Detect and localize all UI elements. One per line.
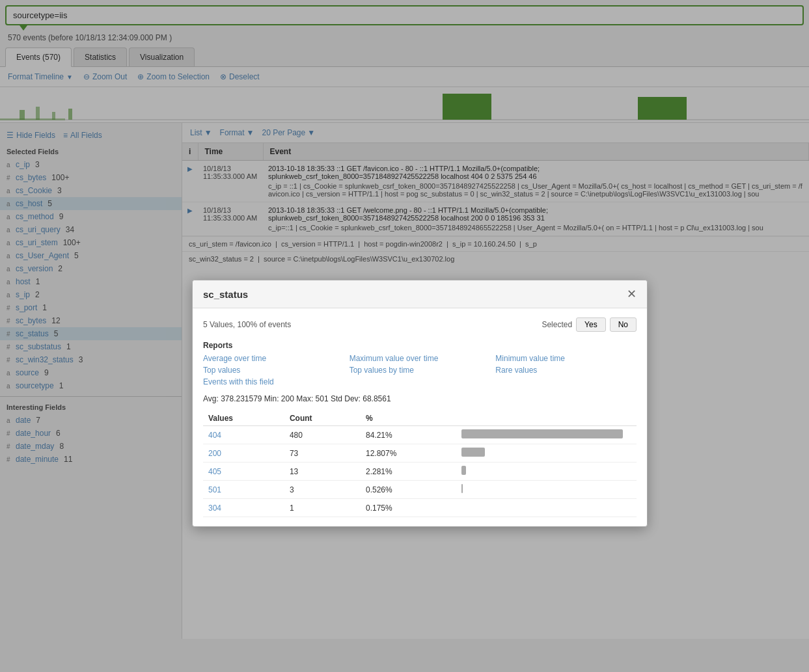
value-row: 405 13 2.281% bbox=[203, 463, 637, 481]
bar-fill bbox=[461, 484, 463, 493]
values-header: Values bbox=[203, 411, 284, 426]
bar-fill bbox=[461, 466, 467, 475]
percent-cell: 0.175% bbox=[361, 499, 456, 517]
bar-cell bbox=[456, 499, 637, 517]
stats-line: Avg: 378.231579 Min: 200 Max: 501 Std De… bbox=[203, 394, 637, 403]
value-link[interactable]: 501 bbox=[208, 485, 221, 494]
reports-section: Reports Average over time Maximum value … bbox=[203, 341, 637, 386]
value-row: 501 3 0.526% bbox=[203, 481, 637, 499]
bar-fill bbox=[461, 448, 486, 457]
count-cell: 480 bbox=[284, 426, 361, 444]
percent-cell: 84.21% bbox=[361, 426, 456, 444]
report-events-with-field[interactable]: Events with this field bbox=[203, 377, 344, 386]
value-row: 404 480 84.21% bbox=[203, 426, 637, 444]
count-cell: 3 bbox=[284, 481, 361, 499]
report-top-values-by-time[interactable]: Top values by time bbox=[350, 366, 491, 375]
bar-cell bbox=[456, 481, 637, 499]
no-button[interactable]: No bbox=[610, 317, 637, 332]
count-cell: 1 bbox=[284, 499, 361, 517]
value-link[interactable]: 404 bbox=[208, 431, 221, 440]
yes-button[interactable]: Yes bbox=[576, 317, 606, 332]
value-row: 200 73 12.807% bbox=[203, 444, 637, 463]
value-link[interactable]: 200 bbox=[208, 449, 221, 458]
values-tbody: 404 480 84.21% 200 73 12.807% 405 13 2.2… bbox=[203, 426, 637, 517]
values-table: Values Count % 404 480 84.21% 200 73 12.… bbox=[203, 411, 637, 517]
bar-cell bbox=[456, 444, 637, 463]
value-row: 304 1 0.175% bbox=[203, 499, 637, 517]
value-link[interactable]: 304 bbox=[208, 504, 221, 513]
bar-cell bbox=[456, 463, 637, 481]
modal-title: sc_status bbox=[203, 289, 248, 300]
reports-title: Reports bbox=[203, 341, 637, 350]
bar-cell bbox=[456, 426, 637, 444]
count-cell: 13 bbox=[284, 463, 361, 481]
value-link[interactable]: 405 bbox=[208, 467, 221, 476]
report-avg-over-time[interactable]: Average over time bbox=[203, 354, 344, 363]
summary-text: 5 Values, 100% of events bbox=[203, 320, 291, 329]
selected-buttons: Selected Yes No bbox=[542, 317, 637, 332]
modal-summary: 5 Values, 100% of events Selected Yes No bbox=[203, 317, 637, 332]
selected-label: Selected bbox=[542, 320, 572, 329]
modal-header: sc_status ✕ bbox=[193, 280, 647, 308]
percent-cell: 12.807% bbox=[361, 444, 456, 463]
report-min-value-time[interactable]: Minimum value time bbox=[495, 354, 637, 363]
sc-status-modal: sc_status ✕ 5 Values, 100% of events Sel… bbox=[192, 280, 648, 527]
modal-close-button[interactable]: ✕ bbox=[627, 288, 637, 300]
modal-body: 5 Values, 100% of events Selected Yes No… bbox=[193, 308, 647, 526]
percent-header: % bbox=[361, 411, 456, 426]
reports-links: Average over time Maximum value over tim… bbox=[203, 354, 637, 386]
count-cell: 73 bbox=[284, 444, 361, 463]
report-max-over-time[interactable]: Maximum value over time bbox=[350, 354, 491, 363]
bar-fill bbox=[461, 429, 623, 438]
percent-cell: 2.281% bbox=[361, 463, 456, 481]
bar-header bbox=[456, 411, 637, 426]
modal-overlay: sc_status ✕ 5 Values, 100% of events Sel… bbox=[0, 0, 809, 639]
report-top-values[interactable]: Top values bbox=[203, 366, 344, 375]
count-header: Count bbox=[284, 411, 361, 426]
percent-cell: 0.526% bbox=[361, 481, 456, 499]
report-rare-values[interactable]: Rare values bbox=[495, 366, 637, 375]
